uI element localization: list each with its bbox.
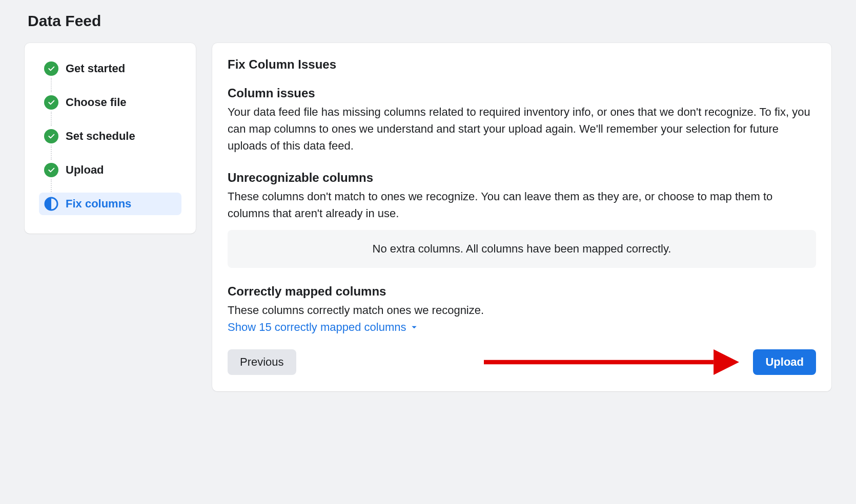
steps-sidebar: Get started Choose file Set sche [25,43,196,234]
section-heading: Unrecognizable columns [228,171,816,185]
section-unrecognizable-columns: Unrecognizable columns These columns don… [228,171,816,268]
section-column-issues: Column issues Your data feed file has mi… [228,86,816,154]
step-choose-file[interactable]: Choose file [39,91,181,114]
step-label: Set schedule [66,130,135,143]
section-body: These columns correctly match ones we re… [228,302,816,319]
button-row: Previous Upload [228,349,816,375]
section-body: Your data feed file has missing columns … [228,103,816,154]
no-extra-columns-notice: No extra columns. All columns have been … [228,230,816,268]
check-circle-icon [44,61,58,76]
check-circle-icon [44,95,58,110]
upload-button[interactable]: Upload [753,349,816,375]
check-circle-icon [44,163,58,177]
show-mapped-columns-link[interactable]: Show 15 correctly mapped columns [228,321,418,334]
caret-down-icon [411,324,418,331]
section-heading: Column issues [228,86,816,100]
step-fix-columns[interactable]: Fix columns [39,193,181,215]
step-label: Get started [66,62,125,75]
svg-marker-2 [714,349,739,375]
step-label: Fix columns [66,197,131,211]
step-upload[interactable]: Upload [39,159,181,181]
check-circle-icon [44,129,58,143]
main-panel: Fix Column Issues Column issues Your dat… [212,43,831,391]
show-link-label: Show 15 correctly mapped columns [228,321,406,334]
previous-button[interactable]: Previous [228,349,296,375]
half-circle-icon [44,197,58,211]
section-body: These columns don't match to ones we rec… [228,188,816,222]
step-label: Upload [66,163,104,177]
page-title: Data Feed [28,12,831,30]
step-get-started[interactable]: Get started [39,57,181,80]
step-set-schedule[interactable]: Set schedule [39,125,181,148]
step-label: Choose file [66,96,127,109]
section-heading: Correctly mapped columns [228,284,816,299]
annotation-arrow-icon [484,345,739,379]
section-correctly-mapped: Correctly mapped columns These columns c… [228,284,816,334]
panel-title: Fix Column Issues [228,57,816,72]
